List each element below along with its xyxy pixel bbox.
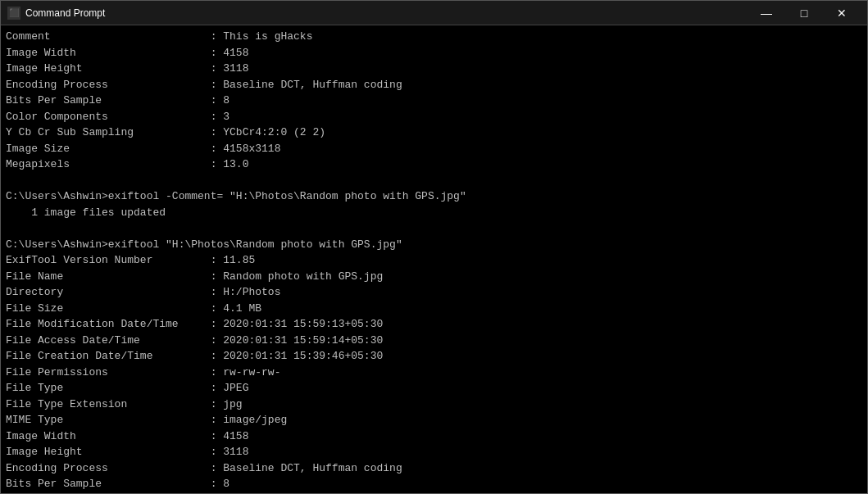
maximize-button[interactable]: □ bbox=[785, 1, 823, 25]
window-controls: — □ ✕ bbox=[748, 1, 861, 25]
window-icon: ⬛ bbox=[7, 7, 20, 20]
title-bar: ⬛ Command Prompt — □ ✕ bbox=[1, 1, 867, 25]
console-output[interactable]: Comment : This is gHacks Image Width : 4… bbox=[1, 25, 867, 493]
close-button[interactable]: ✕ bbox=[823, 1, 861, 25]
window-title: Command Prompt bbox=[25, 7, 743, 19]
command-prompt-window: ⬛ Command Prompt — □ ✕ Comment : This is… bbox=[0, 0, 868, 494]
minimize-button[interactable]: — bbox=[748, 1, 785, 25]
